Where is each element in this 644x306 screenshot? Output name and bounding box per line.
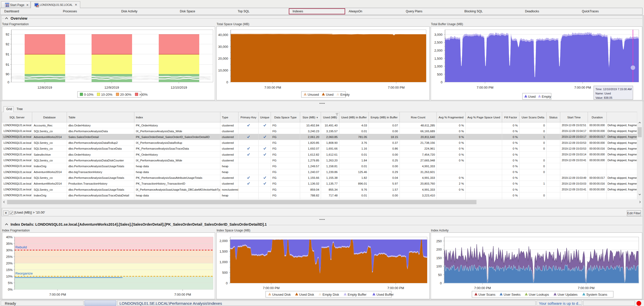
- svg-text:1,500: 1,500: [219, 250, 228, 253]
- svg-text:System Scans: System Scans: [586, 293, 608, 296]
- svg-text:Unused: Unused: [308, 93, 319, 96]
- svg-text:90: 90: [6, 72, 9, 76]
- svg-text:0: 0: [440, 281, 442, 285]
- svg-text:10%: 10%: [6, 275, 13, 278]
- svg-text:User Lookups: User Lookups: [529, 293, 549, 296]
- svg-text:1,000: 1,000: [434, 64, 442, 68]
- svg-text:0: 0: [226, 281, 228, 285]
- svg-text:2,500: 2,500: [434, 41, 442, 44]
- svg-text:30,000: 30,000: [218, 45, 228, 49]
- svg-text:Empty Buffer: Empty Buffer: [348, 293, 367, 296]
- svg-text:User Updates: User Updates: [557, 293, 578, 296]
- svg-text:User Scans: User Scans: [478, 293, 496, 296]
- svg-text:100: 100: [436, 264, 442, 268]
- svg-text:7:00:00 PM: 7:00:00 PM: [264, 86, 281, 89]
- svg-text:500: 500: [222, 271, 228, 275]
- svg-text:200: 200: [436, 248, 442, 251]
- svg-text:0: 0: [8, 80, 9, 84]
- svg-text:7:00:00 PM: 7:00:00 PM: [387, 286, 404, 290]
- svg-text:50: 50: [438, 273, 442, 277]
- svg-text:Used Disk: Used Disk: [299, 293, 314, 296]
- svg-text:>30%: >30%: [139, 93, 148, 96]
- svg-text:92: 92: [6, 42, 9, 46]
- svg-text:2,000: 2,000: [219, 239, 228, 243]
- svg-text:7:00:00 PM: 7:00:00 PM: [388, 86, 405, 89]
- svg-text:20%: 20%: [6, 261, 13, 265]
- svg-text:250: 250: [436, 239, 442, 243]
- svg-text:Name: Used: Name: Used: [595, 92, 611, 95]
- svg-text:7:00:00 PM: 7:00:00 PM: [49, 293, 66, 296]
- svg-text:92: 92: [6, 32, 9, 36]
- svg-text:0: 0: [226, 80, 228, 84]
- svg-text:Value: 838.05: Value: 838.05: [595, 96, 612, 99]
- svg-text:20,000: 20,000: [218, 57, 228, 60]
- svg-text:1,500: 1,500: [434, 57, 442, 60]
- svg-text:25%: 25%: [6, 255, 13, 259]
- svg-text:91: 91: [6, 52, 9, 56]
- svg-text:7:00:00 PM: 7:00:00 PM: [574, 86, 591, 89]
- svg-text:12/10/2019: 12/10/2019: [171, 86, 187, 89]
- svg-text:7:00:00 PM: 7:00:00 PM: [474, 286, 491, 290]
- svg-text:35%: 35%: [6, 242, 13, 246]
- svg-text:Time: 12/10/2019 7:15:00 AM: Time: 12/10/2019 7:15:00 AM: [595, 88, 632, 91]
- svg-text:12/8/2019: 12/8/2019: [37, 86, 52, 89]
- svg-text:12/9/2019: 12/9/2019: [104, 86, 119, 89]
- svg-text:7:00:00 PM: 7:00:00 PM: [578, 286, 595, 290]
- svg-text:10,000: 10,000: [218, 69, 228, 72]
- svg-text:20-30%: 20-30%: [120, 93, 132, 96]
- svg-text:0-10%: 0-10%: [84, 93, 94, 96]
- svg-text:Rebuild: Rebuild: [15, 245, 27, 249]
- svg-text:0%: 0%: [8, 288, 13, 291]
- svg-text:Empty: Empty: [542, 95, 551, 98]
- svg-text:7:00:00 PM: 7:00:00 PM: [174, 293, 191, 296]
- svg-text:10-20%: 10-20%: [101, 93, 112, 96]
- svg-text:7:00:00 PM: 7:00:00 PM: [263, 286, 280, 290]
- svg-text:Reorganize: Reorganize: [15, 271, 33, 275]
- svg-text:Empty Disk: Empty Disk: [323, 293, 339, 296]
- svg-text:3,000: 3,000: [434, 33, 442, 37]
- svg-text:40%: 40%: [6, 235, 13, 239]
- svg-text:150: 150: [436, 256, 442, 260]
- svg-text:15%: 15%: [6, 268, 13, 272]
- svg-text:Empty: Empty: [340, 93, 350, 96]
- svg-text:0: 0: [441, 80, 442, 84]
- svg-text:40,000: 40,000: [218, 33, 228, 37]
- svg-text:5%: 5%: [8, 281, 13, 285]
- svg-text:Used Buffer: Used Buffer: [376, 293, 394, 296]
- svg-text:1,000: 1,000: [219, 260, 228, 264]
- svg-text:7:00:00 PM: 7:00:00 PM: [477, 86, 494, 89]
- svg-text:Used: Used: [326, 93, 333, 96]
- svg-text:30%: 30%: [6, 248, 13, 252]
- svg-text:91: 91: [6, 63, 9, 66]
- svg-text:500: 500: [437, 73, 442, 76]
- svg-text:Used: Used: [528, 95, 536, 98]
- svg-text:2,000: 2,000: [434, 49, 442, 52]
- svg-text:Unused Disk: Unused Disk: [272, 293, 291, 296]
- svg-text:User Seeks: User Seeks: [504, 293, 521, 296]
